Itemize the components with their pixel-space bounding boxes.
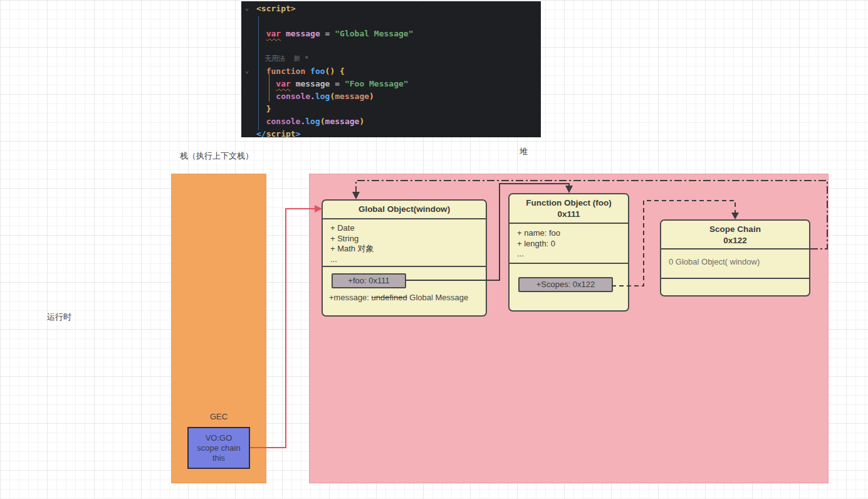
fold-chevron-icon: ⌄ [243, 3, 251, 15]
code-line: console.log(message) [256, 115, 413, 128]
member-item: + Date [323, 223, 486, 234]
code-line: var message = "Global Message" [256, 28, 413, 40]
vo-line: VO:GO [189, 433, 249, 443]
gec-vo-box: VO:GO scope chain this [187, 427, 250, 469]
global-object-members: + Date + String + Math 对象 ... [323, 219, 486, 267]
message-property: +message: undefined Global Message [329, 293, 468, 302]
function-object-refs: +Scopes: 0x122 [510, 264, 628, 310]
vo-line: scope chain [189, 443, 249, 453]
code-line [256, 15, 413, 28]
scopes-reference-chip: +Scopes: 0x122 [518, 277, 613, 292]
fold-chevron-icon: ⌄ [243, 65, 251, 78]
scope-chain-box: Scope Chain 0x122 0 Global Object( windo… [660, 219, 810, 297]
stack-label: 栈（执行上下文栈） [180, 150, 253, 162]
member-item: ... [323, 255, 486, 265]
code-line: function foo() { [256, 65, 413, 78]
code-content: <script> var message = "Global Message" … [256, 3, 413, 137]
title-line: 0x111 [510, 209, 628, 220]
message-old-value: undefined [372, 293, 407, 302]
runtime-label: 运行时 [47, 312, 71, 323]
scope-chain-entry: 0 Global Object( window) [661, 250, 809, 279]
function-object-members: + name: foo + length: 0 ... [510, 224, 628, 264]
member-item: + Math 对象 [323, 244, 486, 255]
diagram-canvas: ⌄ ⌄ <script> var message = "Global Messa… [0, 0, 868, 499]
scope-chain-title: Scope Chain 0x122 [661, 221, 809, 250]
heap-label: 堆 [520, 146, 528, 157]
title-line: 0x122 [661, 235, 809, 246]
code-line: </script> [256, 128, 413, 137]
global-object-box: Global Object(window) + Date + String + … [322, 199, 487, 317]
function-object-title: Function Object (foo) 0x111 [510, 194, 628, 224]
member-item: + String [323, 234, 486, 244]
foo-reference-chip: +foo: 0x111 [332, 273, 406, 288]
function-object-box: Function Object (foo) 0x111 + name: foo … [508, 193, 629, 312]
code-line: } [256, 103, 413, 115]
title-line: Function Object (foo) [510, 197, 628, 209]
stack-region: GEC VO:GO scope chain this [171, 174, 266, 483]
gec-label: GEC [172, 412, 266, 421]
code-line: <script> [256, 3, 413, 15]
code-line [256, 40, 413, 53]
message-new-value: Global Message [407, 293, 469, 302]
member-item: + length: 0 [510, 239, 628, 250]
title-line: Scope Chain [661, 224, 809, 235]
code-line: 无用法 新 * [256, 53, 413, 65]
vo-line: this [189, 453, 249, 463]
code-editor-panel: ⌄ ⌄ <script> var message = "Global Messa… [241, 1, 541, 137]
global-object-refs: +foo: 0x111 +message: undefined Global M… [323, 267, 486, 315]
message-prefix: +message: [329, 293, 372, 302]
scope-chain-empty-row [661, 279, 809, 295]
code-line: var message = "Foo Message" [256, 78, 413, 90]
global-object-title: Global Object(window) [323, 201, 486, 219]
code-line: console.log(message) [256, 90, 413, 103]
member-item: + name: foo [510, 228, 628, 239]
member-item: ... [510, 249, 628, 260]
